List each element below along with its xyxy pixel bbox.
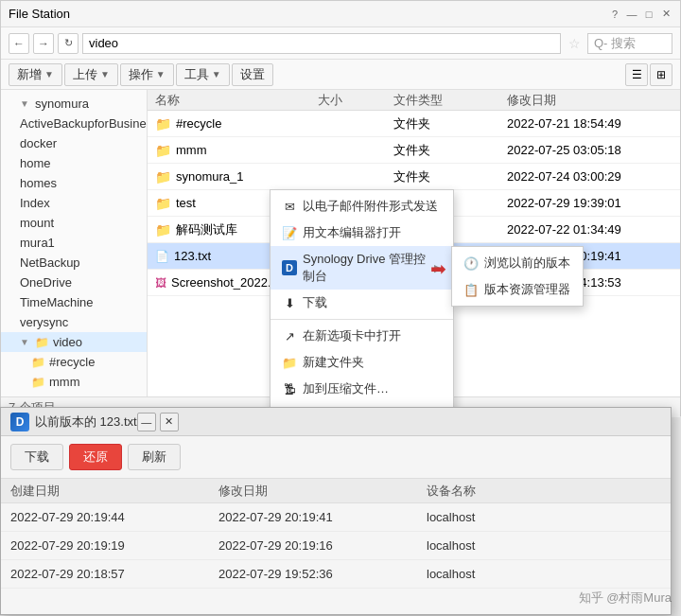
sidebar-item-activebackup[interactable]: ActiveBackupforBusiness	[1, 114, 147, 133]
table-row[interactable]: 📁synomura_1 文件夹 2022-07-24 03:00:29	[148, 164, 680, 190]
mmm-folder-icon: 📁	[31, 376, 45, 389]
recycle-folder-icon: 📁	[31, 356, 45, 369]
ctx-download[interactable]: ⬇ 下载	[271, 290, 453, 316]
back-button[interactable]: ←	[9, 33, 29, 54]
grid-view-button[interactable]: ⊞	[650, 63, 672, 86]
sidebar-sub-recycle[interactable]: 📁 #recycle	[1, 352, 147, 372]
dialog-table-header: 创建日期 修改日期 设备名称	[1, 479, 671, 503]
sidebar-item-video[interactable]: ▼ 📁 video	[1, 332, 147, 352]
submenu-version-explorer[interactable]: 📋 版本资源管理器	[452, 276, 583, 303]
maximize-button[interactable]: □	[642, 8, 655, 21]
sidebar-sub-mmm[interactable]: 📁 mmm	[1, 372, 147, 392]
col-header-size: 大小	[318, 92, 393, 109]
sidebar-item-home[interactable]: home	[1, 153, 147, 173]
titlebar: File Station ? — □ ✕	[1, 1, 680, 27]
sidebar-item-label: homes	[20, 176, 57, 190]
dialog-minimize-button[interactable]: —	[137, 413, 156, 431]
search-box[interactable]: Q- 搜索	[587, 33, 672, 54]
file-date: 2022-07-22 01:34:49	[507, 222, 680, 237]
sidebar-item-verysync[interactable]: verysync	[1, 312, 147, 332]
ctx-synology-drive[interactable]: D Synology Drive 管理控制台 ▶	[271, 246, 453, 290]
file-type: 文件夹	[393, 142, 507, 159]
add-arrow: ▼	[44, 69, 54, 79]
file-date: 2022-07-25 03:05:18	[507, 143, 680, 157]
browse-versions-icon: 🕐	[463, 255, 479, 271]
add-label: 新增	[17, 66, 42, 83]
file-name: #recycle	[176, 116, 221, 131]
row-device: localhost	[427, 510, 661, 524]
new-folder-icon: 📁	[282, 355, 297, 370]
sidebar-root[interactable]: ▼ synomura	[1, 94, 147, 114]
settings-button[interactable]: 设置	[232, 63, 273, 86]
upload-button[interactable]: 上传 ▼	[64, 63, 118, 86]
ctx-new-folder[interactable]: 📁 新建文件夹	[271, 349, 453, 376]
sidebar-item-mura1[interactable]: mura1	[1, 233, 147, 253]
dialog-table-row[interactable]: 2022-07-29 20:19:19 2022-07-29 20:19:16 …	[1, 532, 671, 560]
action-toolbar: 新增 ▼ 上传 ▼ 操作 ▼ 工具 ▼ 设置 ☰ ⊞	[1, 60, 680, 90]
ctx-label: 在新选项卡中打开	[303, 327, 401, 344]
sidebar-item-mount[interactable]: mount	[1, 213, 147, 233]
folder-icon: 📁	[155, 169, 171, 185]
forward-button[interactable]: →	[33, 33, 54, 54]
file-list-header: 名称 大小 文件类型 修改日期	[148, 90, 680, 111]
close-button[interactable]: ✕	[659, 8, 672, 21]
sidebar-item-label: video	[53, 335, 82, 349]
sidebar-sub-synomura1[interactable]: 📁 synomura_1	[1, 392, 147, 396]
settings-label: 设置	[240, 66, 265, 83]
dialog-table-row[interactable]: 2022-07-29 20:18:57 2022-07-29 19:52:36 …	[1, 560, 671, 589]
ctx-add-archive[interactable]: 🗜 加到压缩文件…	[271, 376, 453, 402]
upload-arrow: ▼	[100, 69, 110, 79]
file-date: 2022-07-21 18:54:49	[507, 116, 680, 131]
ctx-email[interactable]: ✉ 以电子邮件附件形式发送	[271, 193, 453, 220]
dialog-controls: — ✕	[137, 413, 179, 431]
table-row[interactable]: 📁mmm 文件夹 2022-07-25 03:05:18	[148, 137, 680, 164]
add-button[interactable]: 新增 ▼	[9, 63, 62, 86]
dialog-restore-button[interactable]: 还原	[69, 444, 122, 470]
sidebar-item-netbackup[interactable]: NetBackup	[1, 253, 147, 273]
sidebar-item-label: verysync	[20, 315, 68, 329]
sidebar-item-docker[interactable]: docker	[1, 133, 147, 153]
tools-label: 工具	[184, 66, 209, 83]
dialog-toolbar: 下载 还原 刷新	[1, 436, 671, 479]
file-name: 123.txt	[174, 249, 211, 263]
file-type: 文件夹	[393, 168, 507, 185]
refresh-button[interactable]: ↻	[58, 33, 79, 54]
dialog-titlebar: D 以前版本的 123.txt — ✕	[1, 408, 671, 436]
submenu: 🕐 浏览以前的版本 📋 版本资源管理器	[451, 246, 584, 307]
sidebar-item-index[interactable]: Index	[1, 193, 147, 213]
bookmark-button[interactable]: ☆	[565, 34, 584, 53]
ctx-label: 下载	[303, 294, 327, 311]
action-button[interactable]: 操作 ▼	[120, 63, 174, 86]
file-name: 解码测试库	[176, 221, 237, 238]
action-arrow: ▼	[156, 69, 166, 79]
tools-button[interactable]: 工具 ▼	[176, 63, 230, 86]
dialog-refresh-button[interactable]: 刷新	[128, 444, 181, 470]
dialog-close-button[interactable]: ✕	[160, 413, 179, 431]
submenu-browse-versions[interactable]: 🕐 浏览以前的版本	[452, 250, 583, 276]
view-buttons: ☰ ⊞	[625, 63, 672, 86]
row-created: 2022-07-29 20:19:44	[10, 510, 218, 524]
sidebar-item-onedrive[interactable]: OneDrive	[1, 273, 147, 292]
upload-label: 上传	[73, 66, 97, 83]
path-bar[interactable]: video	[82, 33, 561, 54]
list-view-button[interactable]: ☰	[625, 63, 648, 86]
open-tab-icon: ↗	[282, 328, 297, 343]
folder-icon: 📁	[155, 116, 171, 132]
sidebar-item-homes[interactable]: homes	[1, 173, 147, 193]
sidebar-item-timemachine[interactable]: TimeMachine	[1, 292, 147, 312]
dialog-table-row[interactable]: 2022-07-29 20:19:44 2022-07-29 20:19:41 …	[1, 503, 671, 532]
row-device: localhost	[427, 538, 661, 553]
file-type: 文件夹	[393, 115, 507, 132]
ctx-open-tab[interactable]: ↗ 在新选项卡中打开	[271, 323, 453, 349]
minimize-button[interactable]: —	[625, 8, 638, 21]
video-expand-icon: ▼	[20, 337, 29, 347]
video-folder-icon: 📁	[35, 336, 49, 349]
sidebar-item-label: mura1	[20, 236, 55, 250]
dialog-download-button[interactable]: 下载	[10, 444, 63, 470]
ctx-text-editor[interactable]: 📝 用文本编辑器打开	[271, 220, 453, 246]
synomura1-folder-icon: 📁	[31, 396, 45, 397]
help-button[interactable]: ?	[608, 8, 621, 21]
version-explorer-icon: 📋	[463, 282, 479, 297]
search-placeholder: Q- 搜索	[594, 35, 636, 52]
table-row[interactable]: 📁#recycle 文件夹 2022-07-21 18:54:49	[148, 111, 680, 137]
